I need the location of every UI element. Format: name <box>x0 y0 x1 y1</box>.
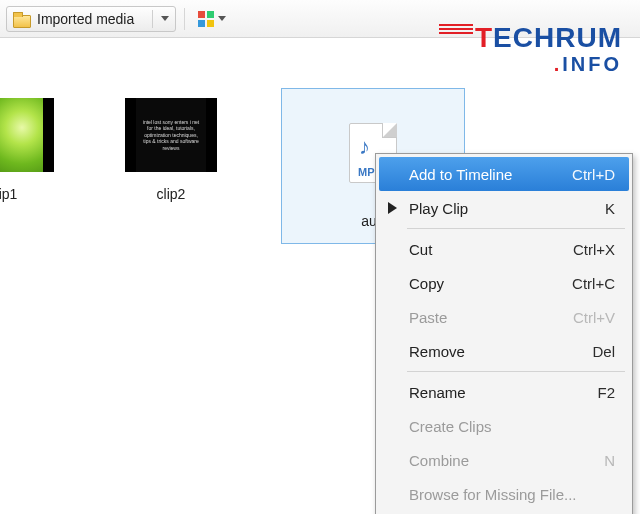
context-menu-item-add-to-timeline[interactable]: Add to TimelineCtrl+D <box>379 157 629 191</box>
context-menu-item-combine: CombineN <box>379 443 629 477</box>
context-menu-shortcut: N <box>604 452 615 469</box>
context-menu-item-copy[interactable]: CopyCtrl+C <box>379 266 629 300</box>
context-menu-label: Copy <box>409 275 572 292</box>
context-menu-shortcut: Ctrl+C <box>572 275 615 292</box>
context-menu-shortcut: K <box>605 200 615 217</box>
context-menu-item-create-clips: Create Clips <box>379 409 629 443</box>
context-menu-label: Cut <box>409 241 573 258</box>
context-menu-item-browse-for-missing-file: Browse for Missing File... <box>379 477 629 511</box>
thumbnail-image: intel lost sony enters i net for the ide… <box>136 98 206 172</box>
context-menu-label: Browse for Missing File... <box>409 486 615 503</box>
context-menu-label: Play Clip <box>409 200 605 217</box>
toolbar: Imported media <box>0 0 640 38</box>
thumb-label: ip1 <box>0 186 54 202</box>
media-thumb-clip1[interactable]: ip1 <box>0 98 54 202</box>
music-note-icon: ♪ <box>359 134 370 160</box>
play-icon <box>388 202 397 214</box>
context-menu-label: Paste <box>409 309 573 326</box>
folder-icon <box>13 12 29 26</box>
context-menu-shortcut: Ctrl+V <box>573 309 615 326</box>
file-extension: MP <box>358 166 375 178</box>
context-menu-shortcut: Del <box>592 343 615 360</box>
context-menu-label: Combine <box>409 452 604 469</box>
media-thumb-clip2[interactable]: intel lost sony enters i net for the ide… <box>125 98 217 202</box>
context-menu-label: Add to Timeline <box>409 166 572 183</box>
toolbar-separator <box>184 8 185 30</box>
dropdown-divider <box>152 10 153 28</box>
context-menu: Add to TimelineCtrl+DPlay ClipKCutCtrl+X… <box>375 153 633 514</box>
context-menu-shortcut: Ctrl+D <box>572 166 615 183</box>
thumb-label: clip2 <box>125 186 217 202</box>
film-thumbnail <box>0 98 54 172</box>
context-menu-item-rename[interactable]: RenameF2 <box>379 375 629 409</box>
context-menu-shortcut: F2 <box>597 384 615 401</box>
thumbnail-image <box>0 98 43 172</box>
context-menu-shortcut: Ctrl+X <box>573 241 615 258</box>
grid-icon <box>198 11 214 27</box>
chevron-down-icon <box>161 16 169 21</box>
context-menu-separator <box>407 371 625 372</box>
chevron-down-icon <box>218 16 226 21</box>
context-menu-item-play-clip[interactable]: Play ClipK <box>379 191 629 225</box>
context-menu-item-cut[interactable]: CutCtrl+X <box>379 232 629 266</box>
view-mode-button[interactable] <box>193 6 231 32</box>
context-menu-label: Rename <box>409 384 597 401</box>
context-menu-label: Create Clips <box>409 418 615 435</box>
context-menu-separator <box>407 228 625 229</box>
context-menu-item-remove[interactable]: RemoveDel <box>379 334 629 368</box>
context-menu-label: Remove <box>409 343 592 360</box>
dropdown-label: Imported media <box>35 11 144 27</box>
film-thumbnail: intel lost sony enters i net for the ide… <box>125 98 217 172</box>
context-menu-item-paste: PasteCtrl+V <box>379 300 629 334</box>
imported-media-dropdown[interactable]: Imported media <box>6 6 176 32</box>
media-library: ip1 intel lost sony enters i net for the… <box>0 38 640 514</box>
